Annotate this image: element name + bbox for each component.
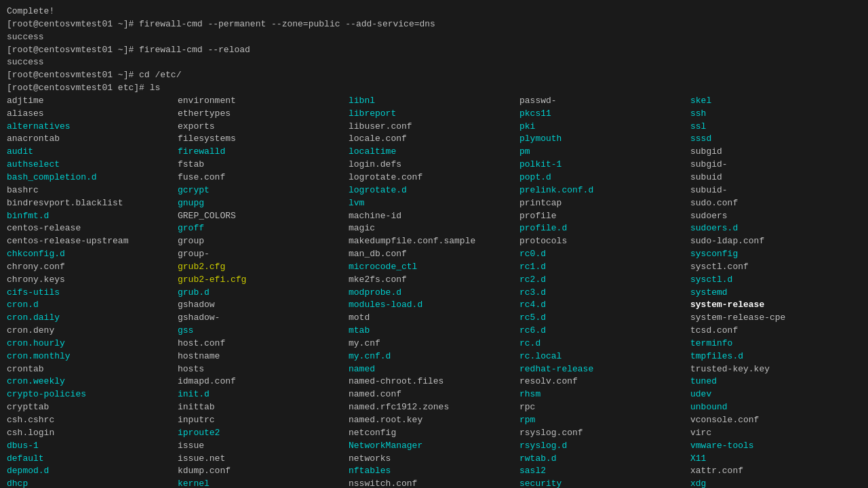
line-complete: Complete! [7, 5, 861, 18]
terminal-output: Complete! [root@centosvmtest01 ~]# firew… [7, 5, 861, 488]
line-success1: success [7, 31, 861, 44]
col-3: libnl libreport libuser.conf locale.conf… [349, 95, 519, 488]
line-cd: [root@centosvmtest01 ~]# cd /etc/ [7, 69, 861, 82]
ls-output: adjtime aliases alternatives anacrontab … [7, 95, 861, 488]
terminal: Complete! [root@centosvmtest01 ~]# firew… [7, 5, 861, 483]
col-4: passwd- pkcs11 pki plymouth pm polkit-1 … [519, 95, 690, 488]
col-2: environment ethertypes exports filesyste… [178, 95, 349, 488]
line-firewall1: [root@centosvmtest01 ~]# firewall-cmd --… [7, 18, 861, 31]
col-1: adjtime aliases alternatives anacrontab … [7, 95, 178, 488]
line-success2: success [7, 56, 861, 69]
col-5: skel ssh ssl sssd subgid subgid- subuid … [690, 95, 861, 488]
line-firewall2: [root@centosvmtest01 ~]# firewall-cmd --… [7, 44, 861, 57]
line-ls: [root@centosvmtest01 etc]# ls [7, 82, 861, 95]
